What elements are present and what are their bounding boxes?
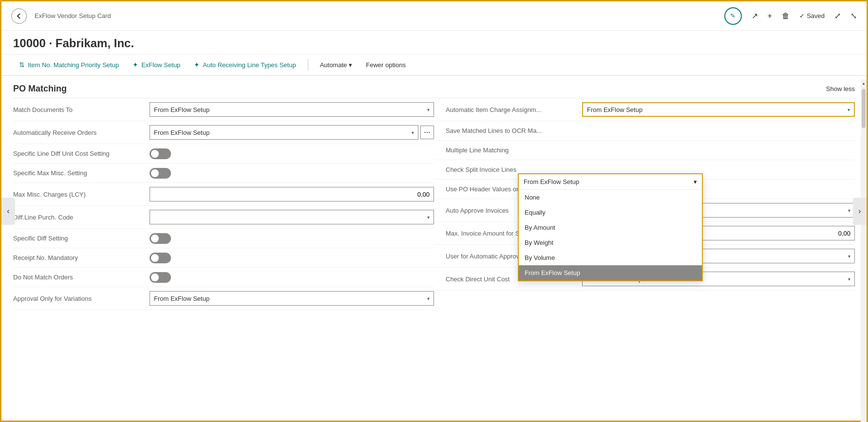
field-control: From ExFlow Setup ▾ xyxy=(150,102,434,117)
table-row: Specific Max Misc. Setting xyxy=(13,164,434,183)
item-matching-icon: ⇅ xyxy=(19,61,25,69)
side-nav-right-button[interactable]: › xyxy=(853,198,867,225)
fewer-options-button[interactable]: Fewer options xyxy=(360,58,412,72)
table-row: Max Misc. Charges (LCY) xyxy=(13,183,434,206)
saved-status: ✓ Saved xyxy=(799,12,825,19)
field-label: Automatic Item Charge Assignm... xyxy=(446,106,582,113)
chevron-down-icon: ▾ xyxy=(427,215,430,220)
diff-line-select[interactable]: ▾ xyxy=(150,210,434,224)
table-row: Multiple Line Matching xyxy=(434,141,855,160)
field-control xyxy=(150,187,434,202)
dropdown-item-from-exflow[interactable]: From ExFlow Setup xyxy=(519,265,702,280)
dropdown-item-equally[interactable]: Equally xyxy=(519,205,702,220)
show-less-label: Show less xyxy=(826,85,855,92)
delete-button[interactable]: 🗑 xyxy=(782,12,790,20)
field-label: Save Matched Lines to OCR Ma... xyxy=(446,127,582,134)
table-row: Automatically Receive Orders From ExFlow… xyxy=(13,121,434,144)
field-control: From ExFlow Setup ▾ xyxy=(582,102,855,117)
section-header: PO Matching Show less xyxy=(13,76,855,98)
do-not-match-toggle[interactable] xyxy=(150,272,171,283)
field-control xyxy=(150,168,434,179)
add-button[interactable]: + xyxy=(768,12,772,20)
field-label: Max Misc. Charges (LCY) xyxy=(13,191,150,198)
header-title: ExFlow Vendor Setup Card xyxy=(35,12,111,19)
back-button[interactable] xyxy=(11,8,27,24)
fewer-options-label: Fewer options xyxy=(366,61,406,69)
field-control xyxy=(150,233,434,244)
saved-label-text: Saved xyxy=(807,12,825,19)
toolbar-nav: ⇅ Item No. Matching Priority Setup ✦ ExF… xyxy=(1,55,867,76)
header: ExFlow Vendor Setup Card ✎ ↗ + 🗑 ✓ Saved… xyxy=(1,1,867,31)
field-control: From ExFlow Setup ▾ xyxy=(150,291,434,306)
nav-divider xyxy=(308,59,308,71)
chevron-down-icon: ▾ xyxy=(412,130,414,135)
specific-line-toggle[interactable] xyxy=(150,148,171,159)
field-label: Specific Line Diff Unit Cost Setting xyxy=(13,150,150,157)
scroll-up-button[interactable]: ▲ xyxy=(861,79,867,87)
receipt-no-toggle[interactable] xyxy=(150,253,171,263)
dropdown-header: From ExFlow Setup ▾ xyxy=(519,174,702,190)
max-misc-charges-input[interactable] xyxy=(150,187,434,202)
field-label: Automatically Receive Orders xyxy=(13,129,150,136)
automate-chevron-icon: ▾ xyxy=(349,61,352,69)
dropdown-chevron-icon: ▾ xyxy=(694,178,697,185)
dropdown-item-by-volume[interactable]: By Volume xyxy=(519,250,702,265)
restore-button[interactable]: ⤡ xyxy=(850,11,857,20)
edit-icon: ✎ xyxy=(730,12,736,19)
chevron-down-icon: ▾ xyxy=(848,276,850,282)
field-label: Do Not Match Orders xyxy=(13,274,150,281)
field-label: Receipt No. Mandatory xyxy=(13,254,150,261)
auto-receiving-icon: ✦ xyxy=(194,61,200,69)
specific-diff-toggle[interactable] xyxy=(150,233,171,244)
chevron-down-icon: ▾ xyxy=(848,107,850,112)
scrollbar: ▲ xyxy=(861,79,867,422)
dropdown-selected-value: From ExFlow Setup xyxy=(524,178,579,185)
page-title: 10000 · Fabrikam, Inc. xyxy=(13,37,855,50)
auto-item-charge-select[interactable]: From ExFlow Setup ▾ xyxy=(582,102,855,117)
auto-receive-select[interactable]: From ExFlow Setup ▾ xyxy=(150,125,418,140)
chevron-down-icon: ▾ xyxy=(848,254,850,259)
chevron-right-icon: › xyxy=(858,207,861,216)
table-row: Automatic Item Charge Assignm... From Ex… xyxy=(434,98,855,121)
match-documents-select[interactable]: From ExFlow Setup ▾ xyxy=(150,102,434,117)
chevron-left-icon: ‹ xyxy=(7,207,9,216)
ellipsis-button[interactable]: ··· xyxy=(420,126,434,139)
dropdown-item-none[interactable]: None xyxy=(519,190,702,205)
exflow-setup-nav-button[interactable]: ✦ ExFlow Setup xyxy=(127,58,186,72)
exflow-setup-label: ExFlow Setup xyxy=(141,61,180,69)
table-row: Approval Only for Variations From ExFlow… xyxy=(13,287,434,310)
edit-button[interactable]: ✎ xyxy=(724,7,742,25)
table-row: Save Matched Lines to OCR Ma... xyxy=(434,121,855,141)
item-matching-nav-button[interactable]: ⇅ Item No. Matching Priority Setup xyxy=(13,58,125,72)
left-column: Match Documents To From ExFlow Setup ▾ A… xyxy=(13,98,434,310)
main-content: PO Matching Show less Match Documents To… xyxy=(1,76,867,416)
show-less-button[interactable]: Show less xyxy=(826,85,855,92)
field-control: From ExFlow Setup ▾ ··· xyxy=(150,125,434,140)
field-label: Match Documents To xyxy=(13,106,150,113)
table-row: Match Documents To From ExFlow Setup ▾ xyxy=(13,98,434,121)
field-label: Specific Diff Setting xyxy=(13,235,150,242)
table-row: Receipt No. Mandatory xyxy=(13,248,434,268)
dropdown-item-by-amount[interactable]: By Amount xyxy=(519,220,702,235)
checkmark-icon: ✓ xyxy=(799,12,805,19)
field-control xyxy=(150,272,434,283)
chevron-down-icon: ▾ xyxy=(427,296,430,301)
auto-receiving-nav-button[interactable]: ✦ Auto Receiving Line Types Setup xyxy=(188,58,302,72)
field-label: Multiple Line Matching xyxy=(446,147,582,154)
dropdown-overlay: From ExFlow Setup ▾ None Equally By Amou… xyxy=(518,173,703,281)
approval-only-select[interactable]: From ExFlow Setup ▾ xyxy=(150,291,434,306)
table-row: Do Not Match Orders xyxy=(13,268,434,287)
field-control: ▾ xyxy=(150,210,434,224)
field-control xyxy=(150,253,434,263)
scroll-thumb[interactable] xyxy=(862,89,866,128)
expand-button[interactable]: ⤢ xyxy=(834,11,841,20)
dropdown-item-by-weight[interactable]: By Weight xyxy=(519,235,702,250)
field-label: Approval Only for Variations xyxy=(13,295,150,302)
item-matching-label: Item No. Matching Priority Setup xyxy=(28,61,119,69)
automate-button[interactable]: Automate ▾ xyxy=(314,58,359,72)
section-title: PO Matching xyxy=(13,84,67,94)
form-grid: Match Documents To From ExFlow Setup ▾ A… xyxy=(13,98,855,310)
share-button[interactable]: ↗ xyxy=(752,11,758,20)
side-nav-left-button[interactable]: ‹ xyxy=(1,198,15,225)
specific-max-toggle[interactable] xyxy=(150,168,171,179)
